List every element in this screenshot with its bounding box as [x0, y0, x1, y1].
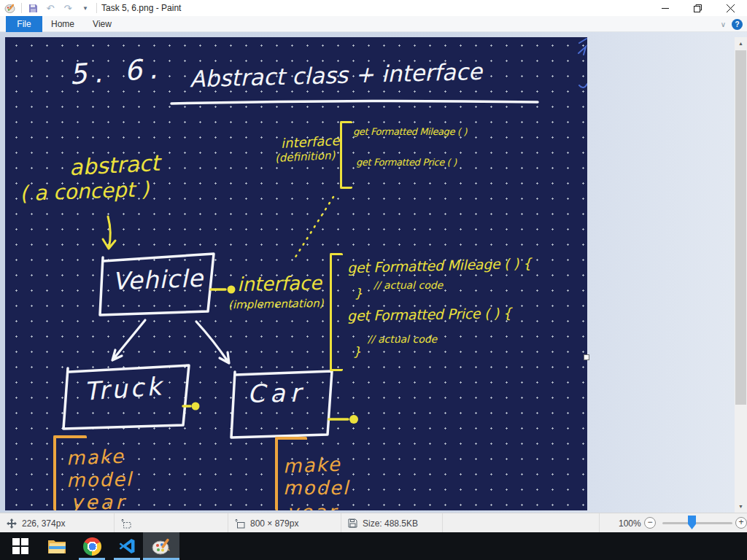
- close-button[interactable]: [714, 0, 747, 16]
- undo-icon: ↶: [47, 3, 55, 14]
- interface-implementation-label: interface: [237, 273, 322, 295]
- file-size-icon: [348, 518, 357, 528]
- diagram-title: Abstract class + interface: [190, 60, 483, 91]
- zoom-controls: 100% − +: [600, 513, 747, 533]
- car-field-make: make: [283, 455, 341, 477]
- paint-window: ↶ ↷ ▼ Task 5, 6.png - Paint File Home Vi…: [0, 0, 747, 560]
- ribbon-tab-row: File Home View ∨ ?: [0, 16, 747, 32]
- car-field-model: model: [283, 478, 349, 498]
- impl-close-2: }: [353, 346, 361, 359]
- toolbar-separator: [21, 3, 22, 13]
- scroll-down-arrow[interactable]: ▼: [735, 500, 747, 513]
- canvas-resize-handle[interactable]: [584, 354, 589, 360]
- definition-method-2: get Formatted Price ( ): [356, 158, 457, 168]
- definition-bracket: [340, 121, 352, 189]
- zoom-slider-thumb[interactable]: [688, 516, 696, 529]
- cursor-position-value: 226, 374px: [22, 518, 65, 529]
- drawing-canvas[interactable]: 5. 6. Abstract class + interface interfa…: [5, 37, 587, 510]
- minimize-icon: [662, 4, 669, 12]
- cursor-position-icon: [7, 518, 17, 529]
- title-bar: ↶ ↷ ▼ Task 5, 6.png - Paint: [0, 0, 747, 16]
- paint-icon: [152, 537, 171, 555]
- truck-field-year: year: [71, 492, 126, 510]
- interface-definition-sublabel: (definition): [275, 150, 336, 165]
- taskbar: [0, 532, 747, 560]
- truck-class-label: Truck: [83, 373, 165, 405]
- customize-toolbar-button[interactable]: ▼: [79, 1, 92, 15]
- file-size-field: Size: 488.5KB: [341, 513, 443, 533]
- definition-method-1: get Formatted Mileage ( ): [353, 127, 467, 137]
- impl-method-1-open: get Formatted Mileage ( ) {: [347, 257, 532, 276]
- section-number: 5. 6.: [69, 55, 165, 90]
- impl-comment-1: // actual code: [374, 280, 443, 291]
- help-button[interactable]: ?: [732, 19, 743, 30]
- impl-close-1: }: [355, 287, 363, 300]
- minimize-button[interactable]: [649, 0, 681, 16]
- restore-button[interactable]: [681, 0, 714, 16]
- taskbar-vscode[interactable]: [111, 532, 143, 560]
- car-field-year: year: [287, 502, 338, 510]
- interface-implementation-sublabel: (implementation): [228, 298, 324, 311]
- scroll-up-arrow[interactable]: ▲: [735, 37, 747, 50]
- zoom-out-button[interactable]: −: [644, 517, 656, 529]
- status-bar: 226, 374px 800 × 879px Size: 488.5KB 100…: [0, 513, 747, 532]
- abstract-label: abstract: [69, 152, 160, 179]
- expand-ribbon-button[interactable]: ∨: [721, 20, 726, 28]
- file-size-value: Size: 488.5KB: [363, 518, 418, 529]
- tab-file[interactable]: File: [6, 16, 42, 32]
- file-explorer-icon: [47, 538, 66, 554]
- close-icon: [727, 4, 735, 12]
- image-size-value: 800 × 879px: [250, 518, 298, 529]
- vehicle-class-label: Vehicle: [112, 266, 204, 295]
- vscode-icon: [118, 537, 136, 555]
- window-controls: [649, 0, 747, 16]
- zoom-level-value: 100%: [619, 518, 641, 529]
- scrollbar-thumb[interactable]: [735, 50, 746, 405]
- save-button[interactable]: [26, 1, 39, 15]
- chrome-icon: [83, 537, 101, 556]
- implementation-bracket: [330, 253, 343, 371]
- taskbar-chrome[interactable]: [76, 532, 108, 560]
- tab-view[interactable]: View: [86, 16, 118, 32]
- taskbar-paint-active[interactable]: [143, 532, 179, 560]
- cursor-position-field: 226, 374px: [0, 513, 115, 533]
- window-title: Task 5, 6.png - Paint: [101, 3, 181, 13]
- image-size-field: 800 × 879px: [228, 513, 341, 533]
- abstract-sublabel: ( a concept ): [20, 179, 150, 205]
- toolbar-separator: [96, 3, 97, 13]
- status-empty-field: [443, 513, 600, 533]
- zoom-slider-track[interactable]: [662, 522, 732, 524]
- truck-field-model: model: [66, 470, 133, 491]
- impl-comment-2: // actual code: [368, 334, 437, 345]
- selection-size-icon: [121, 518, 131, 529]
- paint-workarea: 5. 6. Abstract class + interface interfa…: [0, 32, 747, 513]
- car-class-label: Car: [247, 380, 306, 407]
- paint-app-icon: [4, 1, 17, 15]
- selection-size-field: [115, 513, 228, 533]
- undo-button[interactable]: ↶: [44, 1, 57, 15]
- quick-access-toolbar: ↶ ↷ ▼: [0, 1, 97, 15]
- tab-home[interactable]: Home: [47, 16, 79, 32]
- redo-button[interactable]: ↷: [61, 1, 74, 15]
- redo-icon: ↷: [64, 3, 72, 14]
- taskbar-file-explorer[interactable]: [41, 532, 73, 560]
- image-size-icon: [235, 518, 245, 529]
- vertical-scrollbar[interactable]: ▲ ▼: [735, 37, 747, 513]
- start-button[interactable]: [6, 532, 35, 560]
- restore-icon: [694, 4, 702, 12]
- zoom-in-button[interactable]: +: [735, 517, 747, 529]
- windows-logo-icon: [12, 538, 28, 554]
- impl-method-2-open: get Formatted Price ( ) {: [347, 306, 512, 324]
- chevron-down-icon: ▼: [82, 5, 88, 12]
- truck-field-make: make: [66, 447, 125, 469]
